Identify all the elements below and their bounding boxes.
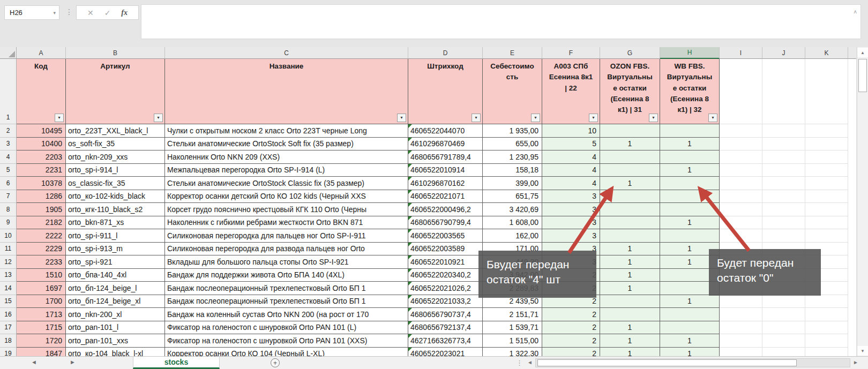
cell-J8[interactable] bbox=[762, 203, 805, 216]
cell-I16[interactable] bbox=[720, 308, 762, 321]
cell-G3[interactable]: 1 bbox=[600, 138, 660, 151]
cell-C6[interactable]: Стельки анатомические OrtoStock Classic … bbox=[165, 177, 408, 190]
cell-I19[interactable] bbox=[720, 348, 762, 357]
cell-H17[interactable] bbox=[660, 321, 720, 335]
cell-E19[interactable]: 1 322,30 bbox=[483, 348, 542, 357]
cell-B18[interactable]: orto_pan-101_xxs bbox=[66, 334, 165, 348]
row-header-3[interactable]: 3 bbox=[0, 138, 17, 151]
cell-I6[interactable] bbox=[720, 177, 762, 190]
cell-C7[interactable]: Корректор осанки детский Orto КО 102 kid… bbox=[165, 190, 408, 204]
cell-F8[interactable]: 3 bbox=[542, 203, 600, 216]
cell-B6[interactable]: os_classic-fix_35 bbox=[66, 177, 165, 190]
cell-B7[interactable]: orto_ко-102-kids_black bbox=[66, 190, 165, 204]
row-header-4[interactable]: 4 bbox=[0, 150, 17, 164]
filter-dropdown-icon[interactable]: ▾ bbox=[154, 114, 163, 122]
vertical-scrollbar[interactable]: ▲ ▼ bbox=[857, 47, 868, 356]
cell-C9[interactable]: Наколенник с гибкими ребрами жесткости O… bbox=[165, 216, 408, 230]
cell-B19[interactable]: orto_ко-104_black_l-xl bbox=[66, 348, 165, 357]
cell-K17[interactable] bbox=[805, 321, 848, 335]
cell-B11[interactable]: orto_sp-i-913_m bbox=[66, 243, 165, 256]
cell-J7[interactable] bbox=[762, 190, 805, 204]
column-header-G[interactable]: G bbox=[600, 47, 660, 59]
horizontal-scrollbar[interactable] bbox=[535, 358, 850, 367]
cell-B9[interactable]: orto_bkn-871_xs bbox=[66, 216, 165, 230]
cell-D15[interactable]: 4606522021033,2 bbox=[408, 295, 483, 308]
cell-G7[interactable] bbox=[600, 190, 660, 204]
cell-D5[interactable]: 4606522010914 bbox=[408, 164, 483, 177]
column-header-K[interactable]: K bbox=[805, 47, 848, 59]
header-cell-H1[interactable]: WB FBS. Виртуальны е остатки (Есенина 8 … bbox=[660, 59, 720, 124]
cell-F7[interactable]: 3 bbox=[542, 190, 600, 204]
cell-C18[interactable]: Фиксатор на голеностоп с шнуровкой Orto … bbox=[165, 334, 408, 348]
header-cell-B1[interactable]: Артикул▾ bbox=[66, 59, 165, 124]
cell-F9[interactable]: 3 bbox=[542, 216, 600, 230]
row-header-16[interactable]: 16 bbox=[0, 308, 17, 321]
cell-B17[interactable]: orto_pan-101_l bbox=[66, 321, 165, 335]
header-cell-F1[interactable]: А003 СПб Есенина 8к1 | 22▾ bbox=[542, 59, 600, 124]
cell-F16[interactable]: 2 bbox=[542, 308, 600, 321]
cell-I17[interactable] bbox=[720, 321, 762, 335]
cell-E2[interactable]: 1 935,00 bbox=[483, 124, 542, 138]
cell-J16[interactable] bbox=[762, 308, 805, 321]
cell-H18[interactable]: 1 bbox=[660, 334, 720, 348]
cell-E5[interactable]: 158,18 bbox=[483, 164, 542, 177]
cell-E8[interactable]: 3 420,69 bbox=[483, 203, 542, 216]
cell-D16[interactable]: 4680656790737,4 bbox=[408, 308, 483, 321]
cell-H3[interactable]: 1 bbox=[660, 138, 720, 151]
cell-K8[interactable] bbox=[805, 203, 848, 216]
cell-F6[interactable]: 4 bbox=[542, 177, 600, 190]
cell-K2[interactable] bbox=[805, 124, 848, 138]
row-header-5[interactable]: 5 bbox=[0, 164, 17, 177]
scroll-right-icon[interactable]: ► bbox=[853, 359, 858, 365]
name-box-dropdown-icon[interactable]: ▾ bbox=[53, 10, 56, 16]
scroll-down-icon[interactable]: ▼ bbox=[857, 346, 868, 356]
cell-C15[interactable]: Бандаж послеоперационный трехлепестковый… bbox=[165, 295, 408, 308]
cell-H10[interactable] bbox=[660, 229, 720, 243]
cell-D14[interactable]: 4606522021026,2 bbox=[408, 282, 483, 295]
cell-K15[interactable] bbox=[805, 295, 848, 308]
cell-A18[interactable]: 1720 bbox=[17, 334, 66, 348]
cell-C11[interactable]: Силиконовая перегородка для развода паль… bbox=[165, 243, 408, 256]
cell-A4[interactable]: 2203 bbox=[17, 150, 66, 164]
cell-J19[interactable] bbox=[762, 348, 805, 357]
cell-J18[interactable] bbox=[762, 334, 805, 348]
insert-function-icon[interactable]: fx bbox=[121, 9, 128, 17]
cell-A3[interactable]: 10400 bbox=[17, 138, 66, 151]
cell-D18[interactable]: 4627166326773,4 bbox=[408, 334, 483, 348]
row-header-19[interactable]: 19 bbox=[0, 348, 17, 357]
cell-H16[interactable] bbox=[660, 308, 720, 321]
row-header-17[interactable]: 17 bbox=[0, 321, 17, 335]
row-header-18[interactable]: 18 bbox=[0, 334, 17, 348]
cell-B13[interactable]: orto_бпа-140_4xl bbox=[66, 269, 165, 282]
row-header-12[interactable]: 12 bbox=[0, 255, 17, 269]
cell-F3[interactable]: 5 bbox=[542, 138, 600, 151]
cell-G12[interactable]: 1 bbox=[600, 255, 660, 269]
row-header-13[interactable]: 13 bbox=[0, 269, 17, 282]
cell-B14[interactable]: orto_бп-124_beige_l bbox=[66, 282, 165, 295]
header-cell-A1[interactable]: Код▾ bbox=[17, 59, 66, 124]
cell-A17[interactable]: 1715 bbox=[17, 321, 66, 335]
cell-D2[interactable]: 4606522044070 bbox=[408, 124, 483, 138]
cell-H5[interactable]: 1 bbox=[660, 164, 720, 177]
cell-C3[interactable]: Стельки анатомические OrtoStock Soft fix… bbox=[165, 138, 408, 151]
cell-E4[interactable]: 1 230,95 bbox=[483, 150, 542, 164]
column-header-E[interactable]: E bbox=[483, 47, 542, 59]
cell-D9[interactable]: 4680656790799,4 bbox=[408, 216, 483, 230]
cell-G4[interactable] bbox=[600, 150, 660, 164]
cell-F10[interactable]: 3 bbox=[542, 229, 600, 243]
filter-dropdown-icon[interactable]: ▾ bbox=[472, 114, 481, 122]
cell-G11[interactable]: 1 bbox=[600, 243, 660, 256]
scroll-left-icon[interactable]: ◄ bbox=[527, 359, 533, 365]
row-header-10[interactable]: 10 bbox=[0, 229, 17, 243]
cell-G2[interactable] bbox=[600, 124, 660, 138]
cell-B10[interactable]: orto_sp-i-911_l bbox=[66, 229, 165, 243]
cell-E9[interactable]: 1 608,00 bbox=[483, 216, 542, 230]
tab-nav-right-icon[interactable]: ► bbox=[70, 359, 76, 365]
cell-G9[interactable] bbox=[600, 216, 660, 230]
cell-G10[interactable] bbox=[600, 229, 660, 243]
cell-A19[interactable]: 1847 bbox=[17, 348, 66, 357]
cell-H6[interactable] bbox=[660, 177, 720, 190]
cell-J5[interactable] bbox=[762, 164, 805, 177]
cell-I3[interactable] bbox=[720, 138, 762, 151]
horizontal-scrollbar-thumb[interactable] bbox=[537, 359, 797, 366]
